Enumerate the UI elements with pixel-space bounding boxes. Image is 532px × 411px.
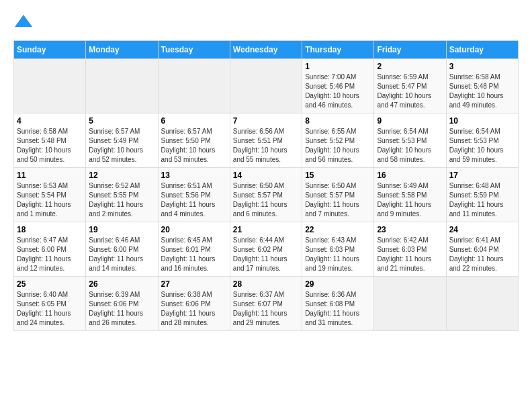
day-info: Sunrise: 6:39 AM Sunset: 6:06 PM Dayligh… xyxy=(89,290,154,328)
day-cell: 20Sunrise: 6:45 AM Sunset: 6:01 PM Dayli… xyxy=(158,222,230,277)
day-info: Sunrise: 6:48 AM Sunset: 5:59 PM Dayligh… xyxy=(449,181,515,219)
day-cell: 17Sunrise: 6:48 AM Sunset: 5:59 PM Dayli… xyxy=(446,168,518,222)
day-header-monday: Monday xyxy=(86,41,158,59)
page-header xyxy=(13,13,519,34)
day-number: 21 xyxy=(233,225,299,234)
day-cell: 24Sunrise: 6:41 AM Sunset: 6:04 PM Dayli… xyxy=(446,222,518,277)
day-cell: 6Sunrise: 6:57 AM Sunset: 5:50 PM Daylig… xyxy=(158,113,230,168)
day-cell: 12Sunrise: 6:52 AM Sunset: 5:55 PM Dayli… xyxy=(86,168,158,222)
day-info: Sunrise: 6:54 AM Sunset: 5:53 PM Dayligh… xyxy=(377,127,443,165)
week-row-3: 11Sunrise: 6:53 AM Sunset: 5:54 PM Dayli… xyxy=(14,168,519,222)
day-number: 6 xyxy=(161,116,227,126)
day-cell: 25Sunrise: 6:40 AM Sunset: 6:05 PM Dayli… xyxy=(14,277,86,331)
day-number: 22 xyxy=(305,225,371,234)
week-row-2: 4Sunrise: 6:58 AM Sunset: 5:48 PM Daylig… xyxy=(14,113,519,168)
day-cell: 14Sunrise: 6:50 AM Sunset: 5:57 PM Dayli… xyxy=(230,168,302,222)
day-info: Sunrise: 6:50 AM Sunset: 5:57 PM Dayligh… xyxy=(233,181,299,219)
day-info: Sunrise: 6:55 AM Sunset: 5:52 PM Dayligh… xyxy=(305,127,371,165)
day-cell xyxy=(446,277,518,331)
day-cell: 7Sunrise: 6:56 AM Sunset: 5:51 PM Daylig… xyxy=(230,113,302,168)
day-number: 13 xyxy=(161,171,227,180)
day-info: Sunrise: 6:58 AM Sunset: 5:48 PM Dayligh… xyxy=(17,127,83,165)
day-number: 11 xyxy=(17,171,83,180)
day-info: Sunrise: 6:43 AM Sunset: 6:03 PM Dayligh… xyxy=(305,236,371,273)
day-cell: 4Sunrise: 6:58 AM Sunset: 5:48 PM Daylig… xyxy=(14,113,86,168)
day-number: 25 xyxy=(17,279,83,289)
day-info: Sunrise: 6:41 AM Sunset: 6:04 PM Dayligh… xyxy=(449,236,515,273)
day-number: 28 xyxy=(233,279,299,289)
day-number: 10 xyxy=(449,116,515,126)
logo-icon xyxy=(13,13,34,34)
day-cell: 3Sunrise: 6:58 AM Sunset: 5:48 PM Daylig… xyxy=(446,59,518,113)
day-header-friday: Friday xyxy=(374,41,446,59)
day-cell: 26Sunrise: 6:39 AM Sunset: 6:06 PM Dayli… xyxy=(86,277,158,331)
day-header-thursday: Thursday xyxy=(302,41,374,59)
calendar-table: SundayMondayTuesdayWednesdayThursdayFrid… xyxy=(13,40,519,331)
day-info: Sunrise: 6:47 AM Sunset: 6:00 PM Dayligh… xyxy=(17,236,83,273)
day-number: 27 xyxy=(161,279,227,289)
week-row-5: 25Sunrise: 6:40 AM Sunset: 6:05 PM Dayli… xyxy=(14,277,519,331)
day-info: Sunrise: 6:57 AM Sunset: 5:50 PM Dayligh… xyxy=(161,127,227,165)
day-number: 29 xyxy=(305,279,371,289)
day-number: 15 xyxy=(305,171,371,180)
day-number: 5 xyxy=(89,116,154,126)
day-number: 16 xyxy=(377,171,443,180)
day-cell xyxy=(230,59,302,113)
day-number: 2 xyxy=(377,62,443,71)
day-cell xyxy=(158,59,230,113)
day-info: Sunrise: 7:00 AM Sunset: 5:46 PM Dayligh… xyxy=(305,73,371,110)
day-info: Sunrise: 6:46 AM Sunset: 6:00 PM Dayligh… xyxy=(89,236,154,273)
day-cell: 8Sunrise: 6:55 AM Sunset: 5:52 PM Daylig… xyxy=(302,113,374,168)
day-cell: 5Sunrise: 6:57 AM Sunset: 5:49 PM Daylig… xyxy=(86,113,158,168)
day-number: 17 xyxy=(449,171,515,180)
day-number: 4 xyxy=(17,116,83,126)
day-number: 26 xyxy=(89,279,154,289)
day-info: Sunrise: 6:56 AM Sunset: 5:51 PM Dayligh… xyxy=(233,127,299,165)
day-info: Sunrise: 6:45 AM Sunset: 6:01 PM Dayligh… xyxy=(161,236,227,273)
day-info: Sunrise: 6:53 AM Sunset: 5:54 PM Dayligh… xyxy=(17,181,83,219)
day-cell: 23Sunrise: 6:42 AM Sunset: 6:03 PM Dayli… xyxy=(374,222,446,277)
logo xyxy=(13,13,36,34)
day-cell: 19Sunrise: 6:46 AM Sunset: 6:00 PM Dayli… xyxy=(86,222,158,277)
day-number: 20 xyxy=(161,225,227,234)
day-cell xyxy=(14,59,86,113)
day-info: Sunrise: 6:52 AM Sunset: 5:55 PM Dayligh… xyxy=(89,181,154,219)
day-number: 9 xyxy=(377,116,443,126)
days-header-row: SundayMondayTuesdayWednesdayThursdayFrid… xyxy=(14,41,519,59)
day-number: 12 xyxy=(89,171,154,180)
day-info: Sunrise: 6:54 AM Sunset: 5:53 PM Dayligh… xyxy=(449,127,515,165)
day-cell: 11Sunrise: 6:53 AM Sunset: 5:54 PM Dayli… xyxy=(14,168,86,222)
day-number: 1 xyxy=(305,62,371,71)
day-cell xyxy=(374,277,446,331)
day-cell xyxy=(86,59,158,113)
day-cell: 9Sunrise: 6:54 AM Sunset: 5:53 PM Daylig… xyxy=(374,113,446,168)
day-number: 23 xyxy=(377,225,443,234)
day-info: Sunrise: 6:40 AM Sunset: 6:05 PM Dayligh… xyxy=(17,290,83,328)
day-info: Sunrise: 6:42 AM Sunset: 6:03 PM Dayligh… xyxy=(377,236,443,273)
day-info: Sunrise: 6:50 AM Sunset: 5:57 PM Dayligh… xyxy=(305,181,371,219)
day-info: Sunrise: 6:49 AM Sunset: 5:58 PM Dayligh… xyxy=(377,181,443,219)
day-cell: 21Sunrise: 6:44 AM Sunset: 6:02 PM Dayli… xyxy=(230,222,302,277)
day-cell: 27Sunrise: 6:38 AM Sunset: 6:06 PM Dayli… xyxy=(158,277,230,331)
day-info: Sunrise: 6:38 AM Sunset: 6:06 PM Dayligh… xyxy=(161,290,227,328)
week-row-4: 18Sunrise: 6:47 AM Sunset: 6:00 PM Dayli… xyxy=(14,222,519,277)
day-number: 18 xyxy=(17,225,83,234)
day-cell: 15Sunrise: 6:50 AM Sunset: 5:57 PM Dayli… xyxy=(302,168,374,222)
day-cell: 1Sunrise: 7:00 AM Sunset: 5:46 PM Daylig… xyxy=(302,59,374,113)
day-number: 8 xyxy=(305,116,371,126)
day-number: 3 xyxy=(449,62,515,71)
day-info: Sunrise: 6:36 AM Sunset: 6:08 PM Dayligh… xyxy=(305,290,371,328)
day-info: Sunrise: 6:37 AM Sunset: 6:07 PM Dayligh… xyxy=(233,290,299,328)
day-info: Sunrise: 6:51 AM Sunset: 5:56 PM Dayligh… xyxy=(161,181,227,219)
day-number: 7 xyxy=(233,116,299,126)
day-number: 24 xyxy=(449,225,515,234)
day-cell: 18Sunrise: 6:47 AM Sunset: 6:00 PM Dayli… xyxy=(14,222,86,277)
day-info: Sunrise: 6:57 AM Sunset: 5:49 PM Dayligh… xyxy=(89,127,154,165)
day-number: 19 xyxy=(89,225,154,234)
day-header-wednesday: Wednesday xyxy=(230,41,302,59)
week-row-1: 1Sunrise: 7:00 AM Sunset: 5:46 PM Daylig… xyxy=(14,59,519,113)
day-header-tuesday: Tuesday xyxy=(158,41,230,59)
day-cell: 10Sunrise: 6:54 AM Sunset: 5:53 PM Dayli… xyxy=(446,113,518,168)
day-cell: 22Sunrise: 6:43 AM Sunset: 6:03 PM Dayli… xyxy=(302,222,374,277)
day-cell: 16Sunrise: 6:49 AM Sunset: 5:58 PM Dayli… xyxy=(374,168,446,222)
